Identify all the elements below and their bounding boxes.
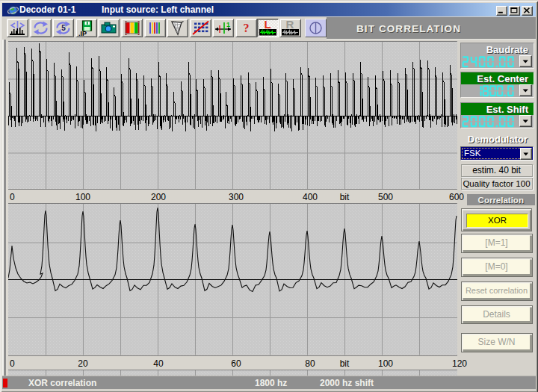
svg-text:5: 5 <box>61 24 66 32</box>
svg-text:R: R <box>285 19 294 31</box>
svg-text:?: ? <box>244 22 250 34</box>
svg-text:.IP: .IP <box>78 30 87 37</box>
svg-text:L: L <box>264 19 270 31</box>
svg-text:1: 1 <box>226 21 230 28</box>
